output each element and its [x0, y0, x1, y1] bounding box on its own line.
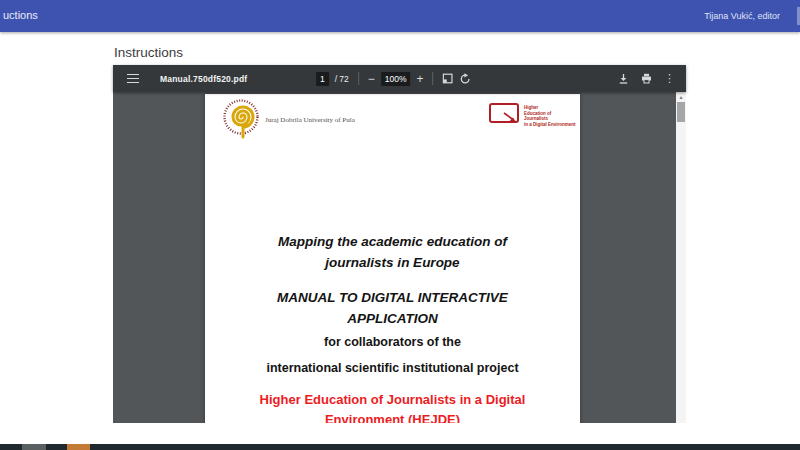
taskbar-edge — [0, 444, 800, 450]
taskbar-item-gray[interactable] — [22, 444, 46, 450]
page-total-label: / 72 — [335, 74, 349, 84]
scrollbar-up-arrow-icon[interactable]: ▲ — [676, 92, 686, 102]
toolbar-divider — [433, 72, 434, 85]
scrollbar-thumb[interactable] — [677, 102, 685, 122]
pdf-scrollbar[interactable]: ▲ — [676, 92, 686, 423]
document-body-line: for collaborators of the — [205, 333, 580, 352]
fit-to-page-icon[interactable] — [443, 73, 454, 84]
zoom-level-value[interactable]: 100% — [381, 72, 411, 86]
pdf-filename: Manual.750df520.pdf — [160, 74, 247, 84]
project-logo-line: in a Digital Environment — [524, 122, 576, 128]
document-project-name-line: Higher Education of Journalists in a Dig… — [205, 390, 580, 410]
document-title-line: journalists in Europe — [205, 252, 580, 273]
page-title: Instructions — [114, 45, 183, 60]
toolbar-divider — [358, 72, 359, 85]
cursor-arrow-icon — [503, 110, 517, 122]
rotate-icon[interactable] — [460, 73, 472, 85]
project-logo-caption: Higher Education of Journalists in a Dig… — [524, 105, 576, 127]
document-subtitle-line: APPLICATION — [205, 308, 580, 329]
document-title-line: Mapping the academic education of — [205, 231, 580, 252]
document-project-name: Higher Education of Journalists in a Dig… — [205, 390, 580, 423]
document-title: Mapping the academic education of journa… — [205, 231, 580, 273]
document-subtitle: MANUAL TO DIGITAL INTERACTIVE APPLICATIO… — [205, 287, 580, 329]
document-title-block: Mapping the academic education of journa… — [205, 231, 580, 423]
zoom-out-button[interactable]: − — [368, 73, 375, 85]
print-icon[interactable] — [641, 73, 652, 84]
document-project-name-line: Environment (HEJDE) — [205, 410, 580, 423]
pdf-viewer: Manual.750df520.pdf 1 / 72 − 100% + — [113, 65, 686, 423]
hamburger-icon[interactable] — [127, 74, 139, 84]
more-options-icon[interactable]: ⋮ — [664, 72, 675, 85]
document-header: Juraj Dobrila University of Pula Higher … — [215, 98, 576, 142]
zoom-in-button[interactable]: + — [417, 73, 424, 85]
pdf-page: Juraj Dobrila University of Pula Higher … — [205, 94, 580, 423]
nav-item-instructions-partial[interactable]: uctions — [3, 9, 38, 21]
user-editor-label[interactable]: Tijana Vukić, editor — [704, 11, 780, 21]
document-body-line: international scientific institutional p… — [205, 359, 580, 378]
document-subtitle-line: MANUAL TO DIGITAL INTERACTIVE — [205, 287, 580, 308]
app-header: uctions Tijana Vukić, editor — [0, 0, 800, 32]
screen: uctions Tijana Vukić, editor Instruction… — [0, 0, 800, 450]
page-number-input[interactable]: 1 — [316, 72, 329, 86]
pdf-toolbar: Manual.750df520.pdf 1 / 72 − 100% + — [113, 65, 686, 92]
pdf-content-area: Juraj Dobrila University of Pula Higher … — [113, 92, 686, 423]
download-icon[interactable] — [618, 73, 629, 84]
university-spiral-logo — [221, 98, 263, 142]
university-name: Juraj Dobrila University of Pula — [265, 116, 355, 124]
pdf-toolbar-center: 1 / 72 − 100% + — [316, 65, 472, 92]
pdf-toolbar-right: ⋮ — [618, 72, 675, 85]
project-logo-line: Education of Journalists — [524, 111, 576, 122]
taskbar-item-orange[interactable] — [67, 444, 90, 450]
